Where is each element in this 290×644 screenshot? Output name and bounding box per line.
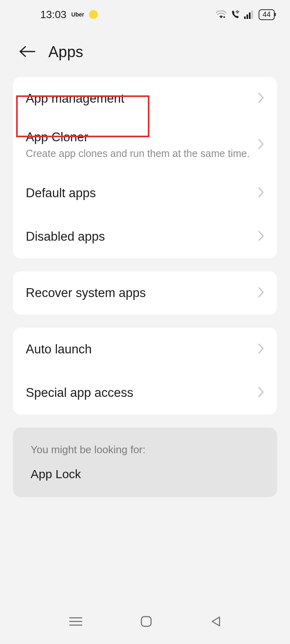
status-app-label: Uber	[71, 11, 84, 18]
status-left: 13:03 Uber	[40, 8, 98, 21]
settings-group-1: App management App Cloner Create app clo…	[13, 77, 277, 258]
item-disabled-apps[interactable]: Disabled apps	[13, 215, 277, 258]
item-default-apps[interactable]: Default apps	[13, 171, 277, 215]
chevron-right-icon	[258, 386, 264, 399]
item-subtitle: Create app clones and run them at the sa…	[26, 148, 258, 159]
suggestion-card[interactable]: You might be looking for: App Lock	[13, 427, 277, 497]
wifi-icon	[216, 10, 226, 19]
chevron-right-icon	[258, 287, 264, 299]
svg-rect-3	[249, 12, 251, 19]
wifi-calling-icon	[230, 10, 240, 19]
battery-indicator: 44	[259, 9, 275, 20]
item-special-app-access[interactable]: Special app access	[13, 371, 277, 415]
settings-group-2: Recover system apps	[13, 271, 277, 315]
status-right: 44	[216, 9, 275, 20]
nav-recent-icon[interactable]	[69, 616, 83, 628]
system-nav-bar	[0, 607, 290, 644]
item-title: Auto launch	[26, 342, 258, 357]
item-title: App Cloner	[26, 130, 258, 144]
item-recover-system-apps[interactable]: Recover system apps	[13, 271, 277, 315]
item-app-management[interactable]: App management	[13, 77, 277, 120]
status-bar: 13:03 Uber	[0, 0, 290, 29]
item-title: App management	[26, 91, 258, 106]
emoji-icon	[89, 10, 98, 19]
item-title: Recover system apps	[26, 286, 258, 300]
svg-rect-2	[246, 14, 248, 19]
chevron-right-icon	[258, 138, 264, 151]
chevron-right-icon	[258, 230, 264, 243]
chevron-right-icon	[258, 343, 264, 356]
signal-icon	[244, 10, 255, 19]
item-title: Disabled apps	[26, 229, 258, 244]
nav-home-icon[interactable]	[140, 615, 152, 629]
chevron-right-icon	[258, 187, 264, 200]
svg-rect-8	[141, 617, 151, 626]
item-title: Default apps	[26, 186, 258, 200]
page-title: Apps	[48, 43, 83, 61]
svg-rect-1	[244, 17, 246, 19]
item-title: Special app access	[26, 386, 258, 400]
chevron-right-icon	[258, 92, 264, 105]
svg-point-0	[223, 16, 225, 18]
status-time: 13:03	[40, 8, 66, 21]
page-header: Apps	[0, 29, 290, 77]
content-area: App management App Cloner Create app clo…	[0, 77, 290, 497]
suggestion-label: You might be looking for:	[31, 444, 259, 456]
suggestion-item: App Lock	[31, 467, 259, 481]
item-app-cloner[interactable]: App Cloner Create app clones and run the…	[13, 120, 277, 171]
nav-back-icon[interactable]	[210, 615, 221, 629]
settings-group-3: Auto launch Special app access	[13, 328, 277, 415]
item-auto-launch[interactable]: Auto launch	[13, 328, 277, 371]
svg-rect-4	[251, 10, 253, 19]
back-arrow-icon[interactable]	[19, 45, 35, 59]
